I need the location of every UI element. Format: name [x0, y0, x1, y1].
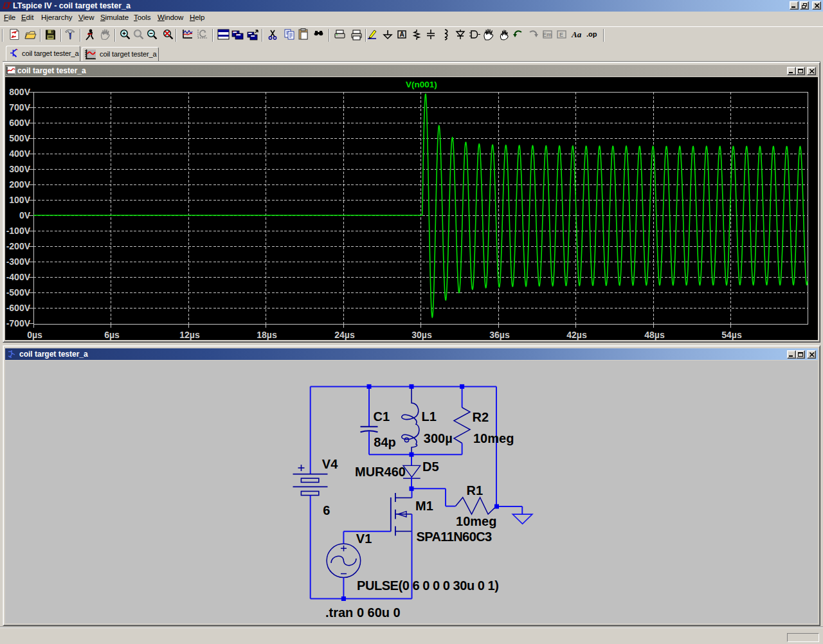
svg-text:L1: L1 [422, 409, 437, 424]
svg-text:Aa: Aa [571, 30, 582, 39]
svg-text:42µs: 42µs [566, 330, 587, 340]
svg-text:30µs: 30µs [412, 330, 432, 340]
svg-text:V4: V4 [322, 457, 338, 471]
svg-text:.op: .op [586, 30, 597, 38]
svg-text:.tran 0 60u 0: .tran 0 60u 0 [325, 605, 401, 620]
svg-text:300µ: 300µ [424, 431, 453, 445]
svg-text:300V: 300V [9, 164, 30, 174]
svg-text:6: 6 [323, 503, 330, 517]
svg-text:24µs: 24µs [334, 330, 355, 340]
svg-text:18µs: 18µs [257, 330, 277, 340]
svg-text:700V: 700V [9, 102, 30, 112]
svg-text:500V: 500V [9, 133, 30, 143]
svg-text:V(n001): V(n001) [406, 80, 437, 89]
svg-text:PULSE(0 6 0 0 0 30u 0 1): PULSE(0 6 0 0 0 30u 0 1) [357, 578, 498, 593]
svg-text:0V: 0V [19, 210, 31, 220]
svg-text:C1: C1 [374, 409, 390, 424]
svg-text:-600V: -600V [6, 303, 31, 313]
svg-text:10meg: 10meg [473, 431, 514, 445]
svg-text:600V: 600V [9, 118, 30, 128]
svg-text:-300V: -300V [6, 256, 31, 267]
svg-text:-100V: -100V [6, 226, 31, 236]
svg-text:54µs: 54µs [721, 330, 742, 340]
svg-text:D5: D5 [422, 460, 439, 474]
svg-text:V1: V1 [356, 532, 372, 546]
svg-text:R2: R2 [473, 410, 489, 424]
svg-text:400V: 400V [9, 148, 30, 159]
svg-text:800V: 800V [9, 87, 30, 97]
svg-text:M1: M1 [415, 499, 433, 513]
svg-text:100V: 100V [9, 195, 30, 205]
svg-text:10meg: 10meg [456, 514, 496, 528]
svg-text:200V: 200V [9, 179, 30, 190]
svg-text:-400V: -400V [6, 272, 31, 282]
svg-text:6µs: 6µs [104, 330, 120, 340]
svg-text:Em: Em [543, 31, 552, 38]
svg-text:E: E [559, 31, 563, 38]
svg-text:-700V: -700V [6, 318, 31, 328]
svg-text:R1: R1 [467, 483, 484, 497]
svg-text:MUR460: MUR460 [355, 465, 406, 479]
svg-text:0µs: 0µs [27, 330, 42, 340]
svg-text:36µs: 36µs [489, 330, 510, 340]
svg-text:A: A [399, 31, 404, 38]
svg-text:SPA11N60C3: SPA11N60C3 [417, 530, 493, 544]
svg-text:12µs: 12µs [179, 330, 200, 340]
svg-text:-500V: -500V [6, 287, 31, 298]
svg-text:84p: 84p [374, 435, 395, 449]
svg-text:-200V: -200V [6, 241, 31, 251]
svg-text:48µs: 48µs [644, 330, 665, 340]
